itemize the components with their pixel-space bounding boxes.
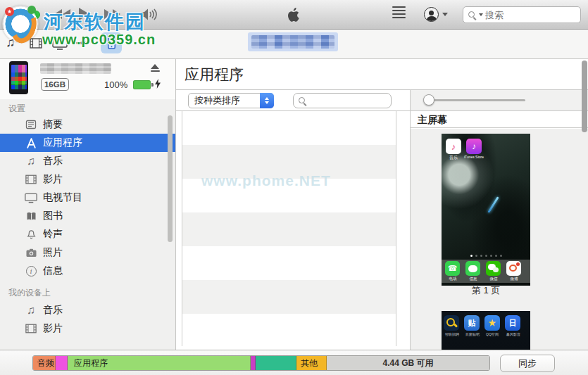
capacity-segment-photos [56,356,68,370]
book-icon [24,211,38,222]
app-list-row [182,212,396,246]
close-window-button[interactable] [6,11,15,19]
app-label: 微博 [507,276,521,281]
redaction-mosaic [251,35,334,49]
icon-size-slider-knob[interactable] [423,94,434,106]
sidebar-item-summary[interactable]: 摘要 [0,115,175,134]
sidebar-item-music[interactable]: ♫ 音乐 [0,152,175,170]
media-picker-bar: ♫ ••• [0,30,588,59]
sidebar-item-photos[interactable]: 照片 [0,243,175,262]
device-capacity-badge: 16GB [41,78,69,91]
sidebar-item-label: 图书 [43,210,63,222]
app-store-icon [24,137,38,149]
sidebar-item-label: 影片 [43,322,63,335]
user-account-icon [424,7,439,22]
app-label: 智联招聘 [445,332,458,338]
apps-search-input[interactable] [307,96,416,106]
sidebar-item-ringtones[interactable]: 铃声 [0,225,175,243]
device-screen-preview [11,65,27,89]
device-sidebar: 16GB 100% 设置 摘要 应用程序 ♫ 音乐 影片 电视节目 图书 铃声 … [0,59,176,350]
music-app-icon: ♪ [446,139,461,154]
volume-button[interactable] [141,8,159,24]
up-next-list-button[interactable] [392,4,406,20]
play-button[interactable] [79,8,89,23]
battery-percentage: 100% [104,80,127,90]
home-screen-header: 主屏幕 [411,111,588,128]
app-label: 暴风影音 [506,332,520,338]
sort-dropdown[interactable]: 按种类排序 [188,93,274,108]
sidebar-item-apps-selected[interactable]: 应用程序 [0,134,175,152]
more-media-tab-icon[interactable]: ••• [76,37,88,48]
itunes-store-app-icon: ♪ [466,139,482,154]
dropdown-stepper-icon [260,93,274,108]
eject-device-button[interactable] [150,64,160,72]
sidebar-item-tv-shows[interactable]: 电视节目 [0,189,175,207]
page-dots [442,255,530,257]
sidebar-item-info[interactable]: i 信息 [0,262,175,280]
sidebar-section-settings: 设置 [8,103,25,115]
capacity-segment-audio: 音频 [33,356,56,370]
summary-icon [24,119,38,130]
apple-logo [284,5,303,27]
sidebar-item-books[interactable]: 图书 [0,207,175,225]
previous-icon [63,9,70,19]
capacity-segment-other: 其他 [296,356,327,370]
wallpaper-sword-detail [487,196,499,213]
panel-scrollbar[interactable] [582,61,587,132]
app-list-row [182,280,396,314]
search-input[interactable] [485,10,588,20]
music-note-icon: ♫ [24,305,38,316]
sidebar-item-label: 音乐 [43,155,63,167]
device-name-breadcrumb-redacted[interactable] [248,32,338,51]
weibo-app-icon [506,261,521,276]
zhilian-app-icon [444,315,459,331]
search-icon [298,96,307,106]
sidebar-item-label: 应用程序 [43,136,82,149]
app-label: QQ空间 [486,332,499,338]
capacity-segment-books [251,356,256,370]
sidebar-scrollbar[interactable] [168,115,173,242]
tv-icon [24,193,38,203]
page1-label: 第 1 页 [442,284,530,297]
device-name-redacted [40,63,111,74]
iphone-icon [106,34,118,51]
chevron-down-icon [442,13,448,16]
info-icon: i [24,266,38,277]
film-icon [24,174,38,184]
messages-app-icon [465,261,480,276]
device-thumbnail[interactable] [9,61,28,94]
sync-button[interactable]: 同步 [500,355,555,372]
app-label: iTunes Store [463,155,484,159]
next-icon [104,9,112,19]
next-icon [113,9,120,19]
sort-dropdown-value: 按种类排序 [189,94,260,107]
movies-tab-icon[interactable] [30,38,42,51]
search-scope-chevron-icon[interactable] [479,13,483,16]
page-title: 应用程序 [184,65,244,84]
sidebar-item-on-device-movies[interactable]: 影片 [0,319,175,338]
minimize-window-button[interactable] [19,11,27,19]
account-menu[interactable] [424,7,448,22]
film-icon [24,324,38,333]
title-toolbar [0,0,588,30]
music-tab-icon[interactable]: ♫ [6,37,15,48]
icon-size-slider-track[interactable] [429,99,525,101]
tv-shows-tab-icon[interactable] [52,38,68,53]
sidebar-item-label: 照片 [43,246,63,259]
device-tab-selected[interactable] [101,32,122,53]
zoom-window-button[interactable] [32,11,40,19]
sidebar-item-on-device-music[interactable]: ♫ 音乐 [0,301,175,319]
sidebar-item-label: 音乐 [43,304,63,317]
sidebar-item-movies[interactable]: 影片 [0,170,175,189]
home-screen-page2-preview[interactable]: 智联招聘 贴 百度贴吧 ★ QQ空间 日 暴风影音 [442,311,530,350]
app-label: 信息 [466,276,480,281]
qzone-app-icon: ★ [484,315,500,331]
home-screen-page1-preview[interactable]: ♪ 音乐 ♪ iTunes Store ☎ 电话 信息 微信 微博 [442,134,530,286]
capacity-segment-documents [256,356,296,370]
speaker-icon [141,8,159,21]
previous-track-button[interactable] [54,9,70,19]
sidebar-item-label: 铃声 [43,228,63,241]
next-track-button[interactable] [104,9,120,19]
toolbar-search [463,6,581,23]
play-icon [79,8,89,20]
